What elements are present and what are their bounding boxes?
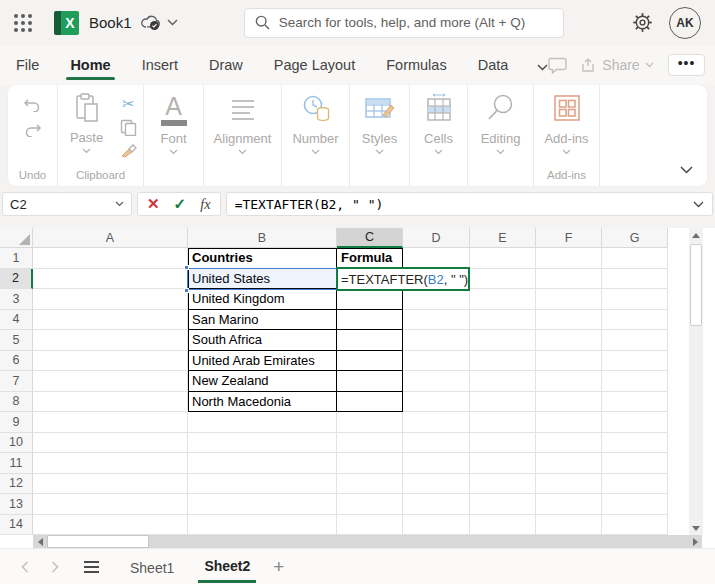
cell-E6[interactable] (470, 351, 536, 372)
cell-D8[interactable] (403, 392, 470, 413)
cell-B7[interactable]: New Zealand (188, 371, 337, 392)
tab-home[interactable]: Home (68, 48, 112, 82)
cell-A2[interactable] (33, 269, 188, 290)
tab-page-layout[interactable]: Page Layout (272, 48, 357, 82)
cell-C11[interactable] (337, 453, 403, 474)
cell-G3[interactable] (602, 289, 668, 310)
row-header-1[interactable]: 1 (0, 248, 33, 269)
column-header-E[interactable]: E (470, 228, 536, 248)
search-input[interactable]: Search for tools, help, and more (Alt + … (244, 8, 564, 38)
sheet-tab-sheet1[interactable]: Sheet1 (124, 552, 180, 582)
tab-formulas[interactable]: Formulas (384, 48, 448, 82)
cell-B8[interactable]: North Macedonia (188, 392, 337, 413)
cell-D6[interactable] (403, 351, 470, 372)
cell-D12[interactable] (403, 474, 470, 495)
cell-D1[interactable] (403, 248, 470, 269)
cells-group-button[interactable]: Cells (409, 85, 467, 186)
cell-B11[interactable] (188, 453, 337, 474)
cell-G1[interactable] (602, 248, 668, 269)
cell-E3[interactable] (470, 289, 536, 310)
cell-B13[interactable] (188, 494, 337, 515)
column-header-F[interactable]: F (536, 228, 602, 248)
cell-D4[interactable] (403, 310, 470, 331)
cell-F2[interactable] (536, 269, 602, 290)
more-options-button[interactable]: ••• (668, 54, 706, 76)
row-header-13[interactable]: 13 (0, 494, 33, 515)
cell-A10[interactable] (33, 433, 188, 454)
cell-C4[interactable] (337, 310, 403, 331)
cell-G5[interactable] (602, 330, 668, 351)
column-header-A[interactable]: A (33, 228, 188, 248)
cell-C5[interactable] (337, 330, 403, 351)
cell-D5[interactable] (403, 330, 470, 351)
alignment-group-button[interactable]: Alignment (203, 85, 281, 186)
cell-C3[interactable] (337, 289, 403, 310)
add-sheet-icon[interactable]: + (273, 560, 284, 574)
cell-B10[interactable] (188, 433, 337, 454)
cell-D14[interactable] (403, 515, 470, 536)
cell-F13[interactable] (536, 494, 602, 515)
row-header-9[interactable]: 9 (0, 412, 33, 433)
row-header-3[interactable]: 3 (0, 289, 33, 310)
confirm-entry-icon[interactable]: ✓ (174, 195, 187, 213)
copy-icon[interactable] (120, 119, 137, 136)
cell-A1[interactable] (33, 248, 188, 269)
cell-G9[interactable] (602, 412, 668, 433)
cell-D11[interactable] (403, 453, 470, 474)
cell-A4[interactable] (33, 310, 188, 331)
cell-C8[interactable] (337, 392, 403, 413)
cell-A13[interactable] (33, 494, 188, 515)
row-header-14[interactable]: 14 (0, 515, 33, 536)
scroll-down-icon[interactable] (689, 521, 703, 535)
share-button[interactable]: Share (581, 57, 653, 73)
cell-B3[interactable]: United Kingdom (188, 289, 337, 310)
cell-A3[interactable] (33, 289, 188, 310)
cell-F5[interactable] (536, 330, 602, 351)
cell-A14[interactable] (33, 515, 188, 536)
cancel-entry-icon[interactable]: ✕ (147, 195, 160, 213)
horizontal-scrollbar[interactable] (33, 535, 702, 548)
cell-F14[interactable] (536, 515, 602, 536)
cell-A5[interactable] (33, 330, 188, 351)
cell-A9[interactable] (33, 412, 188, 433)
cell-B4[interactable]: San Marino (188, 310, 337, 331)
column-header-B[interactable]: B (188, 228, 337, 248)
horizontal-scroll-thumb[interactable] (47, 535, 149, 548)
row-header-12[interactable]: 12 (0, 474, 33, 495)
cell-F6[interactable] (536, 351, 602, 372)
document-title[interactable]: Book1 (89, 14, 132, 31)
cell-G12[interactable] (602, 474, 668, 495)
cell-B6[interactable]: United Arab Emirates (188, 351, 337, 372)
app-launcher-icon[interactable] (14, 14, 32, 32)
select-all-button[interactable] (0, 228, 33, 248)
column-header-D[interactable]: D (403, 228, 470, 248)
row-header-11[interactable]: 11 (0, 453, 33, 474)
column-header-G[interactable]: G (602, 228, 668, 248)
comments-icon[interactable] (548, 57, 567, 74)
selection-handle-icon[interactable] (184, 288, 189, 293)
cut-icon[interactable]: ✂ (122, 95, 135, 113)
cell-E4[interactable] (470, 310, 536, 331)
cell-C12[interactable] (337, 474, 403, 495)
cell-C1[interactable]: Formula (337, 248, 403, 269)
row-header-2[interactable]: 2 (0, 269, 33, 290)
cell-C9[interactable] (337, 412, 403, 433)
cell-E12[interactable] (470, 474, 536, 495)
cell-B14[interactable] (188, 515, 337, 536)
row-header-8[interactable]: 8 (0, 392, 33, 413)
cell-A11[interactable] (33, 453, 188, 474)
cell-C7[interactable] (337, 371, 403, 392)
more-tabs-chevron-icon[interactable] (537, 60, 548, 71)
cell-F4[interactable] (536, 310, 602, 331)
cell-A8[interactable] (33, 392, 188, 413)
cell-G8[interactable] (602, 392, 668, 413)
cell-A7[interactable] (33, 371, 188, 392)
vertical-scrollbar[interactable] (689, 228, 703, 535)
font-group-button[interactable]: A Font (143, 85, 203, 186)
tab-draw[interactable]: Draw (207, 48, 245, 82)
cell-G7[interactable] (602, 371, 668, 392)
cell-C6[interactable] (337, 351, 403, 372)
format-painter-icon[interactable] (120, 142, 138, 158)
cell-G4[interactable] (602, 310, 668, 331)
number-group-button[interactable]: Number (281, 85, 349, 186)
